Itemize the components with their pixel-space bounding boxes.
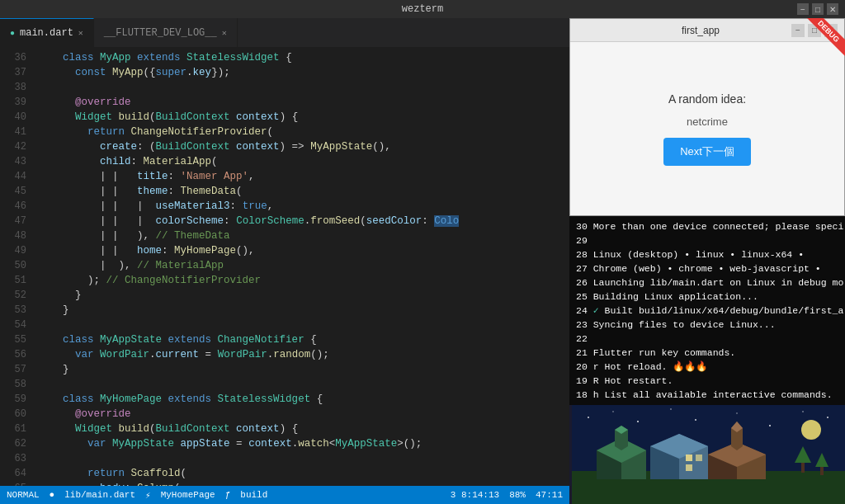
- terminal-line: 24 ✓ Built build/linux/x64/debug/bundle/…: [576, 304, 843, 318]
- content-area: ● main.dart ✕ __FLUTTER_DEV_LOG__ ✕ 36 3…: [0, 18, 845, 504]
- terminal-line: 20 r Hot reload. 🔥🔥🔥: [576, 360, 843, 374]
- svg-point-4: [670, 408, 672, 410]
- status-dot: ●: [50, 490, 55, 500]
- status-time: 47:11: [536, 490, 563, 500]
- debug-label: DEBUG: [804, 18, 845, 56]
- svg-rect-31: [820, 467, 824, 475]
- tab-main-dart[interactable]: ● main.dart ✕: [0, 18, 94, 47]
- tab-dot: ●: [10, 29, 15, 38]
- editor-section: ● main.dart ✕ __FLUTTER_DEV_LOG__ ✕ 36 3…: [0, 18, 569, 504]
- illustration-area: [569, 405, 845, 504]
- status-line-col: 3 8:14:13: [451, 490, 499, 500]
- status-class-sep: ⚡: [145, 490, 151, 501]
- svg-point-6: [736, 412, 738, 414]
- svg-point-2: [612, 411, 614, 412]
- terminal-line: 18 h List all available interactive comm…: [576, 388, 843, 402]
- svg-point-10: [801, 420, 821, 440]
- word-label: netcrime: [687, 115, 728, 128]
- maximize-button[interactable]: □: [812, 3, 824, 15]
- terminal-line: 30 More than one device connected; pleas…: [576, 219, 843, 233]
- flutter-illustration: [572, 405, 845, 504]
- svg-rect-20: [686, 455, 692, 461]
- terminal-line: 21 Flutter run key commands.: [576, 346, 843, 360]
- tab-bar: ● main.dart ✕ __FLUTTER_DEV_LOG__ ✕: [0, 18, 569, 47]
- terminal-line: 22: [576, 332, 843, 346]
- terminal-section[interactable]: 30 More than one device connected; pleas…: [569, 216, 845, 405]
- svg-point-1: [588, 417, 589, 418]
- code-editor[interactable]: 36 37 38 39 40 41 42 43 44 45 46 47 48 4…: [0, 47, 569, 486]
- svg-rect-29: [801, 463, 805, 473]
- tab-close-icon-2[interactable]: ✕: [222, 28, 227, 38]
- terminal-line: 19 R Hot restart.: [576, 374, 843, 388]
- svg-point-8: [802, 411, 804, 412]
- terminal-line: 23 Syncing files to device Linux...: [576, 318, 843, 332]
- terminal-line: 29: [576, 233, 843, 247]
- title-bar: wezterm − □ ✕: [0, 0, 845, 18]
- svg-point-5: [695, 419, 696, 421]
- app-window: first_app − □ ✕ DEBUG A rando: [569, 18, 845, 216]
- file-path: lib/main.dart: [64, 490, 135, 500]
- main-container: wezterm − □ ✕ ● main.dart ✕ __FLUTTER_DE…: [0, 0, 845, 504]
- line-numbers: 36 37 38 39 40 41 42 43 44 45 46 47 48 4…: [0, 47, 31, 486]
- app-title-text: first_app: [610, 25, 791, 36]
- terminal-line: 26 Launching lib/main.dart on Linux in d…: [576, 276, 843, 290]
- app-body: A random idea: netcrime Next下一個: [570, 42, 844, 215]
- right-section: first_app − □ ✕ DEBUG A rando: [569, 18, 845, 504]
- status-right: 3 8:14:13 88% 47:11: [451, 490, 563, 500]
- svg-rect-22: [686, 464, 692, 471]
- status-method-sep: ƒ: [225, 490, 231, 500]
- tab-label: main.dart: [20, 27, 73, 39]
- tab-close-icon[interactable]: ✕: [78, 28, 83, 38]
- status-bar: NORMAL ● lib/main.dart ⚡ MyHomePage ƒ bu…: [0, 486, 569, 504]
- title-bar-controls: − □ ✕: [797, 3, 838, 15]
- debug-ribbon: DEBUG: [796, 18, 845, 67]
- svg-point-9: [827, 417, 828, 418]
- minimize-button[interactable]: −: [797, 3, 809, 15]
- terminal-line: 27 Chrome (web) • chrome • web-javascrip…: [576, 261, 843, 276]
- code-content[interactable]: class MyApp extends StatelessWidget { co…: [31, 47, 569, 486]
- terminal-line: 28 Linux (desktop) • linux • linux-x64 •: [576, 247, 843, 261]
- status-percent: 88%: [509, 490, 526, 500]
- status-class: MyHomePage: [161, 490, 215, 500]
- tab-label-2: __FLUTTER_DEV_LOG__: [104, 27, 217, 39]
- title-bar-text: wezterm: [48, 3, 797, 15]
- vim-mode: NORMAL: [7, 490, 40, 500]
- next-button[interactable]: Next下一個: [663, 138, 751, 166]
- svg-point-7: [769, 425, 771, 426]
- random-idea-label: A random idea:: [668, 92, 746, 106]
- tab-flutter-dev-log[interactable]: __FLUTTER_DEV_LOG__ ✕: [94, 18, 238, 47]
- status-method: build: [240, 490, 267, 500]
- svg-point-3: [637, 421, 639, 422]
- svg-rect-21: [696, 455, 702, 461]
- terminal-line: 25 Building Linux application...: [576, 290, 843, 304]
- close-button[interactable]: ✕: [827, 3, 838, 15]
